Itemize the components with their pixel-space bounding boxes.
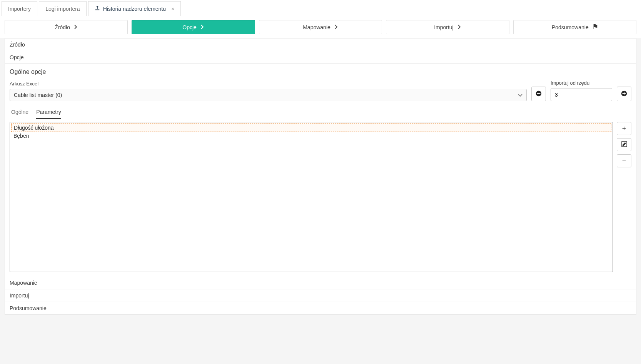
section-importuj[interactable]: Importuj bbox=[5, 289, 636, 302]
dropdown-value: Cable list master (0) bbox=[14, 92, 62, 98]
flag-icon bbox=[593, 24, 598, 30]
svg-rect-1 bbox=[537, 93, 541, 94]
tab-historia-nadzoru[interactable]: Historia nadzoru elementu × bbox=[88, 1, 181, 16]
add-item-button[interactable]: + bbox=[617, 122, 631, 135]
section-header: Źródło bbox=[10, 42, 631, 48]
step-label: Źródło bbox=[55, 24, 70, 30]
plus-icon: + bbox=[622, 125, 626, 133]
top-tabs: Importery Logi importera Historia nadzor… bbox=[0, 0, 641, 16]
close-icon[interactable]: × bbox=[171, 6, 174, 12]
step-zrodlo[interactable]: Źródło bbox=[5, 20, 128, 34]
sub-tabs: Ogólne Parametry bbox=[10, 106, 631, 119]
step-opcje[interactable]: Opcje bbox=[132, 20, 255, 34]
chevron-right-icon bbox=[334, 24, 338, 30]
minus-circle-icon bbox=[535, 90, 542, 98]
tab-label: Importery bbox=[8, 6, 31, 12]
step-label: Mapowanie bbox=[303, 24, 331, 30]
tab-importery[interactable]: Importery bbox=[2, 1, 37, 16]
edit-icon bbox=[621, 141, 627, 149]
remove-item-button[interactable]: − bbox=[617, 154, 631, 167]
section-header: Mapowanie bbox=[10, 280, 631, 286]
subtab-ogolne[interactable]: Ogólne bbox=[11, 106, 28, 119]
chevron-right-icon bbox=[457, 24, 461, 30]
minus-icon: − bbox=[622, 157, 626, 165]
step-label: Podsumowanie bbox=[552, 24, 589, 30]
chevron-right-icon bbox=[200, 24, 204, 30]
row-label: Importuj od rzędu bbox=[551, 80, 612, 86]
excel-sheet-dropdown[interactable]: Cable list master (0) bbox=[10, 89, 527, 101]
wizard-steps: Źródło Opcje Mapowanie Importuj Podsumow… bbox=[0, 16, 641, 38]
svg-rect-4 bbox=[624, 92, 624, 95]
section-podsumowanie[interactable]: Podsumowanie bbox=[5, 302, 636, 315]
subtab-parametry[interactable]: Parametry bbox=[36, 106, 61, 119]
step-importuj[interactable]: Importuj bbox=[386, 20, 509, 34]
section-mapowanie[interactable]: Mapowanie bbox=[5, 277, 636, 289]
panel-title: Ogólne opcje bbox=[10, 68, 631, 75]
list-item[interactable]: Bęben bbox=[11, 132, 611, 140]
increment-button[interactable] bbox=[617, 87, 631, 101]
section-header: Podsumowanie bbox=[10, 305, 631, 311]
step-label: Importuj bbox=[434, 24, 454, 30]
parametry-listbox[interactable]: Długość ułożona Bęben bbox=[10, 122, 613, 272]
section-header: Importuj bbox=[10, 292, 631, 299]
step-podsumowanie[interactable]: Podsumowanie bbox=[513, 20, 636, 34]
plus-circle-icon bbox=[621, 90, 628, 98]
tab-label: Historia nadzoru elementu bbox=[103, 6, 166, 12]
step-mapowanie[interactable]: Mapowanie bbox=[259, 20, 382, 34]
step-label: Opcje bbox=[182, 24, 197, 30]
tab-label: Logi importera bbox=[45, 6, 80, 12]
excel-label: Arkusz Excel bbox=[10, 81, 527, 87]
decrement-button[interactable] bbox=[531, 87, 546, 101]
section-zrodlo[interactable]: Źródło bbox=[5, 38, 636, 51]
tab-logi-importera[interactable]: Logi importera bbox=[39, 1, 87, 16]
section-opcje-header[interactable]: Opcje bbox=[5, 51, 636, 63]
chevron-down-icon bbox=[518, 92, 522, 98]
upload-icon bbox=[95, 5, 100, 12]
panel-opcje: Ogólne opcje Arkusz Excel Cable list mas… bbox=[5, 63, 636, 277]
list-item[interactable]: Długość ułożona bbox=[11, 124, 611, 132]
import-from-row-input[interactable] bbox=[551, 88, 612, 101]
chevron-right-icon bbox=[74, 24, 78, 30]
edit-item-button[interactable] bbox=[617, 138, 631, 151]
section-header: Opcje bbox=[10, 54, 631, 60]
